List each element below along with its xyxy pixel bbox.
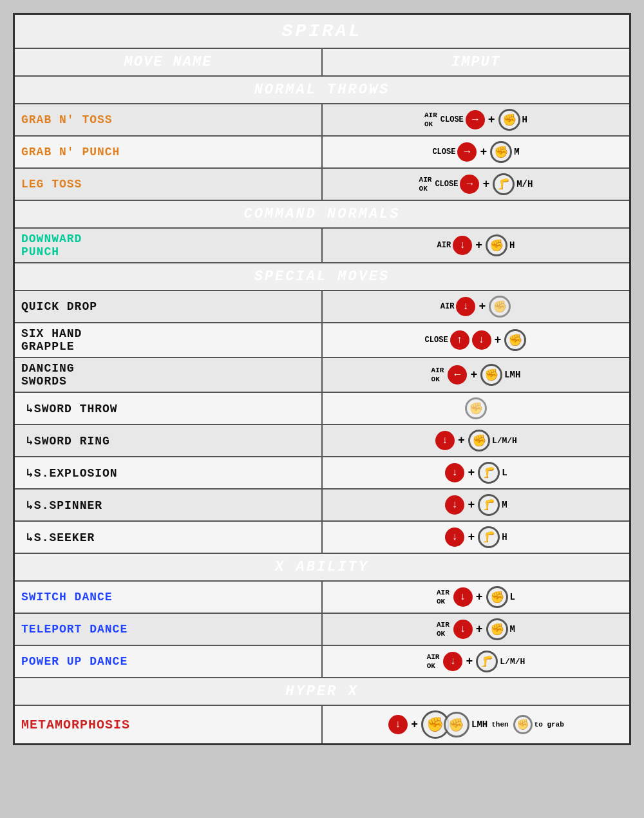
table-row: ↳S.SEEKER ↓ + 🦵 H (14, 521, 630, 553)
table-row: SWITCH DANCE AIROK ↓ + ✊ L (14, 581, 630, 613)
move-name-s-explosion: ↳S.EXPLOSION (14, 457, 323, 489)
move-input-grab-toss: AIROK CLOSE → + ✊ H (322, 104, 630, 136)
game-title: SPIRAL (14, 14, 630, 49)
move-input-s-explosion: ↓ + 🦵 L (322, 457, 630, 489)
move-name-sword-ring: ↳SWORD RING (14, 424, 323, 457)
move-name-downward-punch: DOWNWARDPUNCH (14, 228, 323, 263)
x-ability-label: X ABILITY (14, 553, 630, 581)
category-hyper-x: HYPER X (14, 678, 630, 705)
special-moves-label: SPECIAL MOVES (14, 263, 630, 290)
category-special-moves: SPECIAL MOVES (14, 263, 630, 290)
move-name-grab-punch: GRAB N' PUNCH (14, 136, 323, 168)
table-row: ↳S.EXPLOSION ↓ + 🦵 L (14, 457, 630, 489)
move-input-quick-drop: AIR ↓ + ✊ (322, 290, 630, 323)
normal-throws-label: NORMAL THROWS (14, 76, 630, 104)
move-name-s-spinner: ↳S.SPINNER (14, 489, 323, 521)
move-input-dancing-swords: AIROK ← + ✊ LMH (322, 357, 630, 392)
title-row: SPIRAL (14, 14, 630, 49)
hyper-x-label: HYPER X (14, 678, 630, 705)
move-input-sword-ring: ↓ + ✊ L/M/H (322, 424, 630, 457)
move-input-six-hand: CLOSE ↑ ↓ + ✊ (322, 323, 630, 357)
move-name-metamorphosis: METAMORPHOSIS (14, 705, 323, 745)
table-row: QUICK DROP AIR ↓ + ✊ (14, 290, 630, 323)
move-name-quick-drop: QUICK DROP (14, 290, 323, 323)
move-name-six-hand: SIX HANDGRAPPLE (14, 323, 323, 357)
table-row: ↳SWORD RING ↓ + ✊ L/M/H (14, 424, 630, 457)
table-row: ↳SWORD THROW ✊ (14, 392, 630, 424)
category-command-normals: COMMAND NORMALS (14, 200, 630, 228)
move-name-header: MOVE NAME (14, 48, 323, 76)
move-input-s-seeker: ↓ + 🦵 H (322, 521, 630, 553)
move-table: SPIRAL MOVE NAME IMPUT NORMAL THROWS GRA… (13, 13, 631, 745)
move-name-sword-throw: ↳SWORD THROW (14, 392, 323, 424)
table-row: POWER UP DANCE AIROK ↓ + 🦵 L/M/H (14, 645, 630, 678)
move-input-power-up-dance: AIROK ↓ + 🦵 L/M/H (322, 645, 630, 678)
move-name-dancing-swords: DANCINGSWORDS (14, 357, 323, 392)
table-row: METAMORPHOSIS ↓ + ✊ ✊ LMH then ✊ to grab (14, 705, 630, 745)
move-name-s-seeker: ↳S.SEEKER (14, 521, 323, 553)
move-name-power-up-dance: POWER UP DANCE (14, 645, 323, 678)
move-input-leg-toss: AIROK CLOSE → + 🦵 M/H (322, 168, 630, 200)
table-row: LEG TOSS AIROK CLOSE → + 🦵 M/H (14, 168, 630, 200)
table-row: TELEPORT DANCE AIROK ↓ + ✊ M (14, 613, 630, 645)
category-normal-throws: NORMAL THROWS (14, 76, 630, 104)
table-row: GRAB N' PUNCH CLOSE → + ✊ M (14, 136, 630, 168)
move-input-metamorphosis: ↓ + ✊ ✊ LMH then ✊ to grab (322, 705, 630, 745)
move-name-grab-toss: GRAB N' TOSS (14, 104, 323, 136)
input-header: IMPUT (322, 48, 630, 76)
category-x-ability: X ABILITY (14, 553, 630, 581)
column-headers: MOVE NAME IMPUT (14, 48, 630, 76)
move-input-grab-punch: CLOSE → + ✊ M (322, 136, 630, 168)
command-normals-label: COMMAND NORMALS (14, 200, 630, 228)
table-row: GRAB N' TOSS AIROK CLOSE → + ✊ H (14, 104, 630, 136)
move-input-downward-punch: AIR ↓ + ✊ H (322, 228, 630, 263)
move-input-switch-dance: AIROK ↓ + ✊ L (322, 581, 630, 613)
table-row: ↳S.SPINNER ↓ + 🦵 M (14, 489, 630, 521)
move-name-leg-toss: LEG TOSS (14, 168, 323, 200)
move-name-switch-dance: SWITCH DANCE (14, 581, 323, 613)
move-input-s-spinner: ↓ + 🦵 M (322, 489, 630, 521)
table-row: DANCINGSWORDS AIROK ← + ✊ LMH (14, 357, 630, 392)
table-row: DOWNWARDPUNCH AIR ↓ + ✊ H (14, 228, 630, 263)
move-name-teleport-dance: TELEPORT DANCE (14, 613, 323, 645)
move-input-sword-throw: ✊ (322, 392, 630, 424)
move-input-teleport-dance: AIROK ↓ + ✊ M (322, 613, 630, 645)
table-row: SIX HANDGRAPPLE CLOSE ↑ ↓ + ✊ (14, 323, 630, 357)
